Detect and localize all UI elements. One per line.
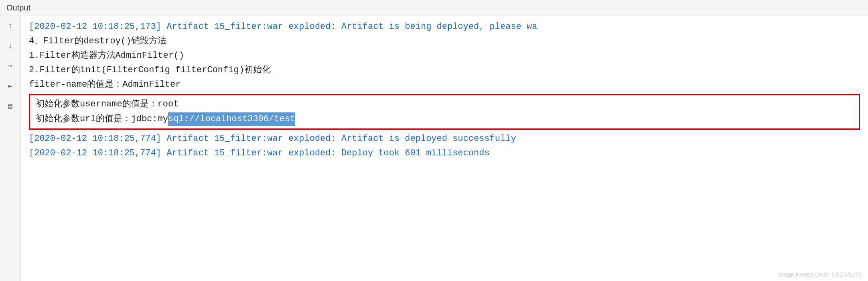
pin-icon[interactable]: ⇤ [4, 79, 17, 92]
sidebar-icons: ↑ ↓ ⇒ ⇤ ▤ [0, 16, 21, 281]
log-line-1-text: [2020-02-12 10:18:25,173] Artifact 15_fi… [29, 20, 537, 34]
content-area: [2020-02-12 10:18:25,173] Artifact 15_fi… [21, 16, 868, 281]
log-line-4-text: 2.Filter的init(FilterConfig filterConfig)… [29, 63, 271, 77]
log-line-2-text: 4、Filter的destroy()销毁方法 [29, 35, 166, 48]
log-line-5-text: filter-name的值是：AdminFilter [29, 78, 180, 92]
output-panel: Output ↑ ↓ ⇒ ⇤ ▤ [2020-02-12 10:18:25,17… [0, 0, 868, 281]
highlighted-line-1: 初始化参数username的值是：root [36, 98, 853, 111]
log-line-4: 2.Filter的init(FilterConfig filterConfig)… [29, 63, 860, 77]
log-line-3-text: 1.Filter构造器方法AdminFilter() [29, 49, 184, 63]
highlighted-line-1-text: 初始化参数username的值是：root [36, 98, 178, 111]
watermark: Image Hosted Code: CSDN/1279 [779, 271, 862, 278]
highlighted-box: 初始化参数username的值是：root 初始化参数url的值是：jdbc:m… [29, 94, 860, 129]
bottom-log-line-1-text: [2020-02-12 10:18:25,774] Artifact 15_fi… [29, 132, 516, 146]
output-title: Output [6, 3, 30, 12]
bottom-log-line-2-text: [2020-02-12 10:18:25,774] Artifact 15_fi… [29, 147, 490, 160]
log-line-1: [2020-02-12 10:18:25,173] Artifact 15_fi… [29, 20, 860, 34]
output-body: ↑ ↓ ⇒ ⇤ ▤ [2020-02-12 10:18:25,173] Arti… [0, 16, 868, 281]
log-line-5: filter-name的值是：AdminFilter [29, 78, 860, 92]
up-arrow-icon[interactable]: ↑ [4, 19, 17, 32]
output-header: Output [0, 0, 868, 16]
wrap-lines-icon[interactable]: ⇒ [4, 59, 17, 72]
down-arrow-icon[interactable]: ↓ [4, 39, 17, 52]
highlighted-line-2[interactable]: 初始化参数url的值是：jdbc:mysql://localhost3306/t… [36, 112, 853, 126]
print-icon[interactable]: ▤ [4, 100, 17, 112]
log-line-3: 1.Filter构造器方法AdminFilter() [29, 49, 860, 63]
log-line-2: 4、Filter的destroy()销毁方法 [29, 35, 860, 48]
watermark-text: Image Hosted Code: CSDN/1279 [779, 271, 862, 278]
bottom-log-line-2: [2020-02-12 10:18:25,774] Artifact 15_fi… [29, 147, 860, 160]
bottom-log-line-1: [2020-02-12 10:18:25,774] Artifact 15_fi… [29, 132, 860, 146]
highlighted-line-2-selected: sql://localhost3306/test [168, 112, 295, 126]
highlighted-line-2-before: 初始化参数url的值是：jdbc:my [36, 112, 168, 126]
